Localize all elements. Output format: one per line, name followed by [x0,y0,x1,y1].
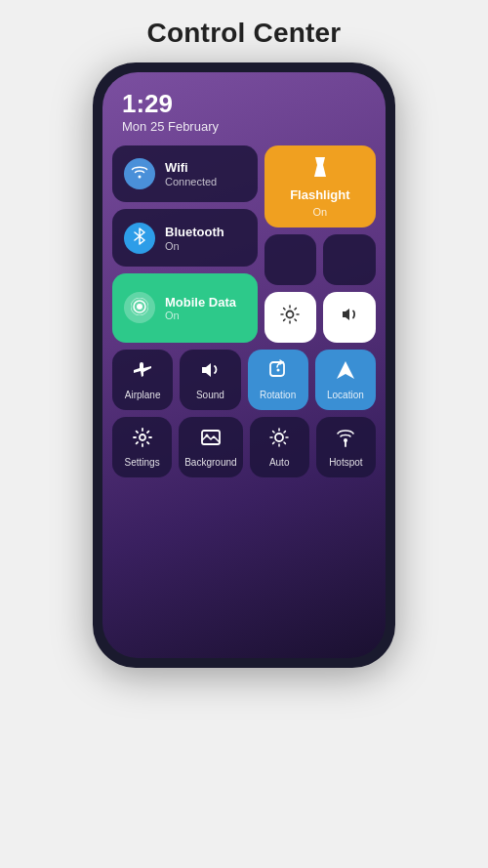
brightness-icon [280,305,300,329]
svg-point-8 [140,434,145,440]
sound-tile[interactable]: Sound [180,350,240,410]
wifi-label: Wifi Connected [165,160,217,187]
svg-point-10 [205,434,208,436]
rotation-tile[interactable]: Rotation [248,350,308,410]
svg-point-2 [137,304,142,310]
empty-tile-2 [323,234,376,285]
bluetooth-status: On [165,240,224,252]
background-icon [200,427,222,453]
page-title: Control Center [147,18,342,49]
settings-icon [132,427,153,453]
auto-label: Auto [269,457,290,468]
wifi-icon [131,165,148,183]
settings-tile[interactable]: Settings [112,417,172,477]
phone-screen: 1:29 Mon 25 February Wif [102,72,386,658]
bluetooth-tile[interactable]: Bluetooth On [112,209,258,267]
status-bar: 1:29 Mon 25 February [102,72,386,138]
date-display: Mon 25 February [122,119,366,134]
sound-icon [199,359,221,386]
row-1: Wifi Connected Bluetooth On [112,145,376,343]
airplane-label: Airplane [125,390,161,400]
mobile-icon [131,298,148,318]
connectivity-col: Wifi Connected Bluetooth On [112,145,258,343]
empty-tiles-row [264,234,376,285]
bluetooth-icon-circle [124,223,155,254]
flashlight-icon [308,155,332,184]
flashlight-status: On [312,206,327,218]
brightness-volume-row [264,292,376,343]
row-2: Airplane Sound Rotation [112,350,376,410]
airplane-icon [132,359,153,386]
auto-icon [268,427,290,453]
background-label: Background [184,457,236,468]
airplane-tile[interactable]: Airplane [112,350,173,410]
svg-point-5 [287,311,294,318]
wifi-name: Wifi [165,160,217,176]
flashlight-col: Flashlight On [264,145,376,343]
background-tile[interactable]: Background [179,417,242,477]
clock: 1:29 [122,90,366,118]
brightness-tile[interactable] [264,292,317,343]
svg-point-11 [275,434,283,441]
settings-label: Settings [125,457,160,468]
bluetooth-label: Bluetooth On [165,225,224,252]
hotspot-tile[interactable]: Hotspot [316,417,376,477]
mobile-status: On [165,310,236,321]
location-icon [335,359,356,386]
svg-point-7 [276,368,279,371]
wifi-icon-circle [124,158,155,189]
flashlight-name: Flashlight [290,187,349,202]
hotspot-label: Hotspot [329,457,362,468]
hotspot-icon [335,427,356,453]
location-tile[interactable]: Location [315,350,376,410]
bluetooth-name: Bluetooth [165,225,224,240]
location-label: Location [327,390,364,400]
controls-area: Wifi Connected Bluetooth On [102,138,386,658]
rotation-icon [267,359,289,386]
volume-tile[interactable] [323,292,376,343]
empty-tile-1 [264,234,317,285]
mobile-data-tile[interactable]: Mobile Data On [112,273,258,342]
mobile-icon-circle [124,292,155,323]
mobile-name: Mobile Data [165,295,236,310]
sound-label: Sound [196,390,224,400]
rotation-label: Rotation [260,390,296,400]
wifi-tile[interactable]: Wifi Connected [112,145,258,203]
bluetooth-icon [133,227,146,249]
auto-tile[interactable]: Auto [250,417,309,477]
wifi-status: Connected [165,176,217,187]
mobile-label: Mobile Data On [165,295,236,322]
row-3: Settings Background Auto [112,417,376,477]
flashlight-tile[interactable]: Flashlight On [264,145,376,227]
volume-icon [340,305,359,329]
phone-frame: 1:29 Mon 25 February Wif [93,62,395,668]
